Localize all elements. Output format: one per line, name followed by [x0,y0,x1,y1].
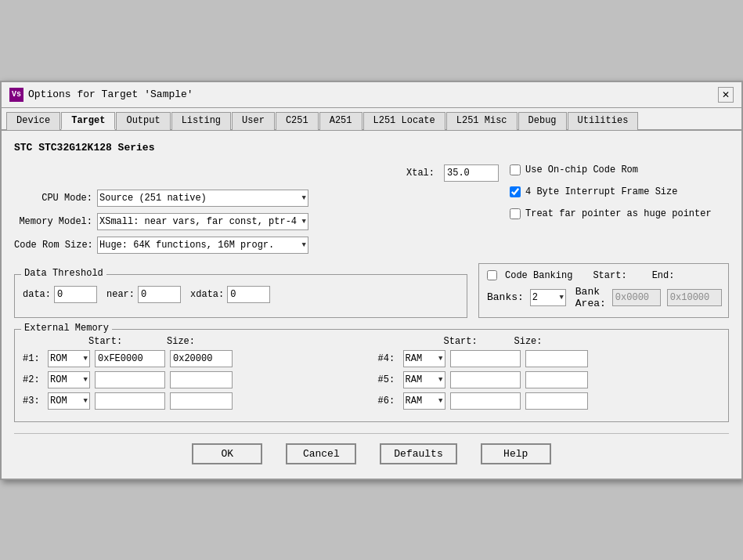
tab-device[interactable]: Device [6,112,60,130]
row4-type-select[interactable]: RAMROM [403,350,445,367]
ext-mem-row-6: #6: RAMROM [378,392,721,410]
data-threshold-group: Data Threshold data: near: xdata: [14,274,467,318]
row3-type-wrapper: ROMRAM [48,392,90,410]
xtal-input[interactable] [444,164,499,182]
data-field: data: [23,286,97,303]
code-rom-size-label: Code Rom Size: [14,240,92,251]
banks-label: Banks: [487,291,524,303]
left-column: Xtal: CPU Mode: Source (251 native) Memo… [14,164,499,260]
tab-content: STC STC32G12K128 Series Xtal: CPU Mode: … [2,131,741,479]
banks-select[interactable]: 2 [530,289,566,306]
four-byte-interrupt-row: 4 Byte Interrupt Frame Size [510,186,729,197]
code-banking-label: Code Banking [505,270,572,281]
memory-model-row: Memory Model: XSmall: near vars, far con… [14,213,499,230]
row6-size-input[interactable] [525,392,588,410]
row1-size-input[interactable] [170,350,233,367]
code-banking-checkbox-row: Code Banking Start: End: [487,270,720,281]
treat-far-pointer-checkbox[interactable] [510,208,521,219]
ok-button[interactable]: OK [192,443,262,464]
tab-user[interactable]: User [232,112,275,130]
cpu-mode-select[interactable]: Source (251 native) [97,190,308,207]
row4-id: #4: [378,353,399,364]
row4-type-wrapper: RAMROM [403,350,445,367]
row5-id: #5: [378,374,399,385]
row6-type-wrapper: RAMROM [403,392,445,410]
tab-c251[interactable]: C251 [276,112,319,130]
code-rom-size-row: Code Rom Size: Huge: 64K functions, 16M … [14,237,499,254]
tab-utilities[interactable]: Utilities [568,112,639,130]
data-input[interactable] [54,286,97,303]
treat-far-pointer-label: Treat far pointer as huge pointer [525,208,712,219]
banks-row: Banks: 2 Bank Area: [487,286,720,309]
xtal-row: Xtal: [14,164,499,182]
close-button[interactable]: ✕ [718,87,734,103]
ext-mem-row-1: #1: ROMRAM [23,350,366,367]
help-button[interactable]: Help [481,443,551,464]
tab-l251-misc[interactable]: L251 Misc [446,112,518,130]
row2-start-input[interactable] [95,371,165,388]
tab-a251[interactable]: A251 [319,112,362,130]
cancel-button[interactable]: Cancel [286,443,356,464]
tab-output[interactable]: Output [116,112,170,130]
tab-debug[interactable]: Debug [518,112,567,130]
row1-type-select[interactable]: ROMRAM [48,350,90,367]
four-byte-interrupt-label: 4 Byte Interrupt Frame Size [525,186,677,197]
row3-id: #3: [23,396,43,406]
data-label: data: [23,289,51,300]
left-size-header: Size: [167,336,195,347]
code-rom-size-select[interactable]: Huge: 64K functions, 16M progr. [97,237,308,254]
row6-id: #6: [378,396,399,406]
row3-size-input[interactable] [170,392,233,410]
title-bar: Vs Options for Target 'Sample' ✕ [2,82,741,108]
ext-mem-row-2: #2: ROMRAM [23,371,366,388]
tab-listing[interactable]: Listing [171,112,231,130]
start-label: Start: [593,270,626,281]
row2-type-select[interactable]: ROMRAM [48,371,90,388]
near-input[interactable] [138,286,181,303]
defaults-button[interactable]: Defaults [380,443,456,464]
code-rom-size-select-wrapper: Huge: 64K functions, 16M progr. [97,237,308,254]
row5-size-input[interactable] [525,371,588,388]
ext-mem-row-5: #5: RAMROM [378,371,721,388]
xdata-field: xdata: [190,286,270,303]
tab-l251-locate[interactable]: L251 Locate [363,112,445,130]
ext-mem-columns: Start: Size: #1: ROMRAM [23,336,720,414]
ext-mem-left-header: Start: Size: [23,336,366,347]
row2-size-input[interactable] [170,371,233,388]
title-bar-left: Vs Options for Target 'Sample' [9,88,193,102]
tab-target[interactable]: Target [61,112,115,130]
data-threshold-title: Data Threshold [21,268,106,279]
row1-id: #1: [23,353,43,364]
row4-size-input[interactable] [525,350,588,367]
row1-type-wrapper: ROMRAM [48,350,90,367]
memory-model-select[interactable]: XSmall: near vars, far const, ptr-4 [97,213,308,230]
bank-area-label: Bank Area: [575,286,606,309]
external-memory-group: External Memory Start: Size: #1: ROMRA [14,329,729,422]
row5-start-input[interactable] [450,371,521,388]
onchip-code-rom-checkbox[interactable] [510,164,521,175]
window-title: Options for Target 'Sample' [28,89,193,100]
right-size-header: Size: [514,336,543,347]
code-banking-checkbox[interactable] [487,270,497,280]
external-memory-title: External Memory [21,323,112,334]
ext-mem-row-3: #3: ROMRAM [23,392,366,410]
four-byte-interrupt-checkbox[interactable] [510,186,521,197]
ext-mem-right-header: Start: Size: [378,336,721,347]
row3-start-input[interactable] [95,392,165,410]
row3-type-select[interactable]: ROMRAM [48,392,90,410]
row6-type-select[interactable]: RAMROM [403,392,445,410]
right-start-header: Start: [444,336,514,347]
bank-area-end-input [667,289,722,306]
cpu-mode-row: CPU Mode: Source (251 native) [14,190,499,207]
row4-start-input[interactable] [450,350,521,367]
row1-start-input[interactable] [95,350,165,367]
row6-start-input[interactable] [450,392,521,410]
xdata-input[interactable] [227,286,270,303]
ext-mem-row-4: #4: RAMROM [378,350,721,367]
row5-type-select[interactable]: RAMROM [403,371,445,388]
left-start-header: Start: [88,336,167,347]
onchip-code-rom-label: Use On-chip Code Rom [525,164,638,175]
main-body: Xtal: CPU Mode: Source (251 native) Memo… [14,164,729,260]
onchip-code-rom-row: Use On-chip Code Rom [510,164,729,175]
near-label: near: [106,289,135,300]
